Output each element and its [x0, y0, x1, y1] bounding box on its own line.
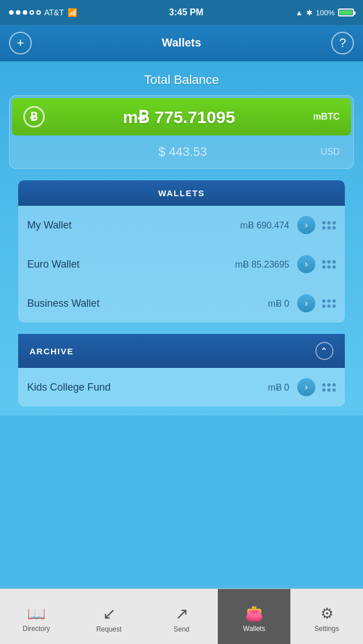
tab-wallets[interactable]: 👛 Wallets	[218, 589, 290, 644]
wallet-arrow-my-wallet[interactable]: ›	[297, 216, 315, 234]
bitcoin-icon: Ƀ	[23, 106, 45, 128]
location-icon: ▲	[296, 9, 303, 17]
status-right: ▲ ✱ 100%	[296, 9, 354, 17]
wallet-arrow-kids-college[interactable]: ›	[297, 378, 315, 396]
wallet-item-my-wallet[interactable]: My Wallet mɃ 690.474 ›	[18, 206, 345, 245]
archive-chevron-icon[interactable]: ⌃	[315, 342, 334, 360]
total-balance-label: Total Balance	[9, 73, 354, 87]
wifi-icon: 📶	[67, 8, 77, 17]
dot5	[36, 10, 41, 15]
tab-wallets-label: Wallets	[243, 625, 265, 633]
battery-fill	[340, 10, 352, 15]
status-left: AT&T 📶	[9, 8, 77, 17]
dot3	[23, 10, 27, 15]
bluetooth-icon: ✱	[306, 9, 313, 17]
wallet-reorder-my-wallet[interactable]	[322, 221, 336, 230]
usd-amount: $ 443.53	[45, 145, 320, 159]
btc-amount: mɃ 775.71095	[45, 107, 313, 127]
tab-send[interactable]: ↗ Send	[145, 589, 218, 644]
tab-bar: 📖 Directory ↙ Request ↗ Send 👛 Wallets ⚙…	[0, 588, 363, 644]
archive-section-header[interactable]: ARCHIVE ⌃	[18, 334, 345, 368]
balance-card: Ƀ mɃ 775.71095 mBTC $ 443.53 USD	[9, 95, 354, 169]
wallet-name-kids-college: Kids College Fund	[27, 382, 268, 393]
tab-request[interactable]: ↙ Request	[73, 589, 145, 644]
wallet-reorder-kids-college[interactable]	[322, 383, 336, 392]
battery-label: 100%	[316, 9, 335, 17]
nav-bar: + Wallets ?	[0, 25, 363, 61]
wallet-arrow-euro-wallet[interactable]: ›	[297, 255, 315, 273]
dot4	[29, 10, 34, 15]
request-icon: ↙	[103, 604, 116, 623]
wallet-arrow-business-wallet[interactable]: ›	[297, 294, 315, 312]
wallets-icon: 👛	[245, 605, 263, 622]
archive-section: ARCHIVE ⌃ Kids College Fund mɃ 0 ›	[18, 328, 345, 406]
wallet-item-euro-wallet[interactable]: Euro Wallet mɃ 85.23695 ›	[18, 245, 345, 284]
send-icon: ↗	[175, 604, 188, 623]
add-wallet-button[interactable]: +	[9, 32, 32, 54]
wallet-balance-business-wallet: mɃ 0	[268, 298, 289, 309]
directory-icon: 📖	[27, 605, 45, 622]
tab-directory[interactable]: 📖 Directory	[0, 589, 73, 644]
wallet-name-my-wallet: My Wallet	[27, 219, 240, 231]
main-content: Total Balance Ƀ mɃ 775.71095 mBTC $ 443.…	[0, 61, 363, 416]
signal-dots	[9, 10, 41, 15]
sections-wrapper: WALLETS My Wallet mɃ 690.474 › Euro Wall…	[9, 180, 354, 416]
nav-title: Wallets	[162, 36, 201, 49]
tab-settings[interactable]: ⚙ Settings	[290, 589, 363, 644]
wallet-balance-my-wallet: mɃ 690.474	[240, 220, 289, 231]
archive-header-label: ARCHIVE	[29, 346, 74, 356]
status-bar: AT&T 📶 3:45 PM ▲ ✱ 100%	[0, 0, 363, 25]
wallet-item-kids-college[interactable]: Kids College Fund mɃ 0 ›	[18, 368, 345, 406]
battery-icon	[338, 9, 354, 16]
wallet-balance-kids-college: mɃ 0	[268, 382, 289, 393]
wallets-section: WALLETS My Wallet mɃ 690.474 › Euro Wall…	[18, 180, 345, 323]
wallet-reorder-euro-wallet[interactable]	[322, 260, 336, 269]
carrier-label: AT&T	[44, 8, 64, 17]
settings-icon: ⚙	[320, 605, 334, 622]
tab-send-label: Send	[174, 625, 189, 633]
btc-unit: mBTC	[313, 112, 340, 122]
usd-unit: USD	[320, 147, 340, 157]
wallet-reorder-business-wallet[interactable]	[322, 299, 336, 308]
tab-settings-label: Settings	[314, 625, 339, 633]
usd-balance-row: $ 443.53 USD	[12, 138, 351, 166]
dot1	[9, 10, 14, 15]
tab-request-label: Request	[96, 625, 122, 633]
time-label: 3:45 PM	[169, 7, 203, 18]
tab-directory-label: Directory	[23, 625, 50, 633]
wallet-balance-euro-wallet: mɃ 85.23695	[235, 259, 289, 270]
wallet-name-euro-wallet: Euro Wallet	[27, 259, 235, 270]
wallets-section-header: WALLETS	[18, 180, 345, 206]
dot2	[16, 10, 20, 15]
btc-balance-row: Ƀ mɃ 775.71095 mBTC	[12, 98, 351, 135]
help-button[interactable]: ?	[331, 32, 354, 54]
wallet-name-business-wallet: Business Wallet	[27, 298, 268, 310]
wallet-item-business-wallet[interactable]: Business Wallet mɃ 0 ›	[18, 284, 345, 323]
